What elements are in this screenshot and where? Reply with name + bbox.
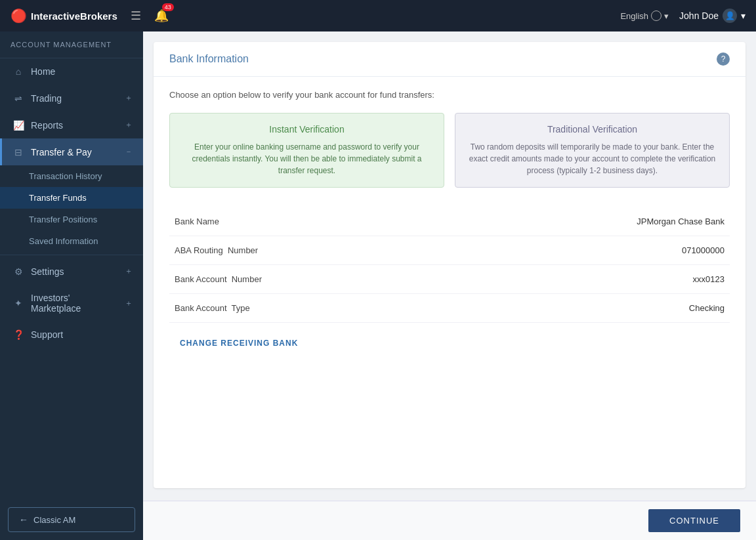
user-avatar-icon: 👤 bbox=[723, 9, 737, 23]
bell-icon: 🔔 bbox=[154, 9, 169, 22]
sidebar-subitem-transfer-positions[interactable]: Transfer Positions bbox=[0, 209, 143, 230]
aba-routing-label: ABA Routing Number bbox=[169, 236, 450, 265]
trading-icon: ⇌ bbox=[12, 93, 24, 104]
sidebar-item-transfer-pay[interactable]: ⊟ Transfer & Pay － bbox=[0, 138, 143, 165]
notification-badge: 43 bbox=[162, 3, 174, 11]
top-nav-right: English ▾ John Doe 👤 ▾ bbox=[620, 9, 746, 23]
change-receiving-bank-button[interactable]: CHANGE RECEIVING BANK bbox=[169, 333, 308, 353]
sidebar-item-investors-label: Investors' Marketplace bbox=[31, 293, 118, 314]
bank-name-label: Bank Name bbox=[169, 207, 450, 236]
bank-account-number-label: Bank Account Number bbox=[169, 265, 450, 294]
help-icon[interactable]: ? bbox=[717, 52, 730, 66]
sidebar-item-support[interactable]: ❓ Support bbox=[0, 322, 143, 348]
user-chevron-icon: ▾ bbox=[741, 10, 746, 21]
logo[interactable]: 🔴 InteractiveBrokers bbox=[10, 8, 117, 24]
sidebar-item-settings-label: Settings bbox=[31, 266, 118, 277]
sidebar-item-trading-label: Trading bbox=[31, 93, 118, 104]
username-label: John Doe bbox=[679, 10, 719, 21]
menu-icon[interactable]: ☰ bbox=[131, 9, 141, 23]
lang-chevron-icon: ▾ bbox=[664, 11, 669, 21]
sidebar-header: ACCOUNT MANAGEMENT bbox=[0, 31, 143, 58]
support-icon: ❓ bbox=[12, 329, 24, 340]
traditional-verification-title: Traditional Verification bbox=[466, 124, 719, 135]
settings-icon: ⚙ bbox=[12, 266, 24, 277]
table-row: ABA Routing Number 071000000 bbox=[169, 236, 730, 265]
user-menu[interactable]: John Doe 👤 ▾ bbox=[679, 9, 746, 23]
logo-icon: 🔴 bbox=[10, 8, 27, 24]
globe-icon bbox=[651, 10, 662, 21]
traditional-verification-card[interactable]: Traditional Verification Two random depo… bbox=[455, 113, 730, 188]
top-navigation: 🔴 InteractiveBrokers ☰ 🔔 43 English ▾ Jo… bbox=[0, 0, 756, 31]
transfer-positions-label: Transfer Positions bbox=[29, 215, 97, 224]
transfer-pay-expand-icon: － bbox=[125, 146, 133, 157]
instant-verification-title: Instant Verification bbox=[180, 124, 433, 135]
bank-account-type-label: Bank Account Type bbox=[169, 294, 450, 323]
sidebar-subitem-saved-information[interactable]: Saved Information bbox=[0, 230, 143, 252]
sidebar-item-reports[interactable]: 📈 Reports ＋ bbox=[0, 112, 143, 138]
verification-options: Instant Verification Enter your online b… bbox=[169, 113, 730, 188]
sidebar-subitem-transaction-history[interactable]: Transaction History bbox=[0, 165, 143, 187]
page-title: Bank Information bbox=[169, 53, 249, 65]
traditional-verification-desc: Two random deposits will temporarily be … bbox=[466, 141, 719, 177]
sidebar-bottom: ← Classic AM bbox=[0, 499, 143, 540]
classic-am-button[interactable]: ← Classic AM bbox=[8, 507, 135, 532]
transfer-pay-icon: ⊟ bbox=[12, 147, 24, 157]
home-icon: ⌂ bbox=[12, 66, 24, 77]
card-header: Bank Information ? bbox=[154, 42, 746, 77]
logo-text: InteractiveBrokers bbox=[31, 10, 117, 22]
sidebar-item-transfer-pay-label: Transfer & Pay bbox=[31, 147, 118, 157]
bank-account-type-value: Checking bbox=[450, 294, 730, 323]
sidebar-item-settings[interactable]: ⚙ Settings ＋ bbox=[0, 258, 143, 285]
bank-name-value: JPMorgan Chase Bank bbox=[450, 207, 730, 236]
saved-information-label: Saved Information bbox=[29, 236, 98, 246]
main-layout: ACCOUNT MANAGEMENT ⌂ Home ⇌ Trading ＋ 📈 … bbox=[0, 31, 756, 540]
content-area: Bank Information ? Choose an option belo… bbox=[143, 31, 756, 540]
top-nav-left: 🔴 InteractiveBrokers ☰ 🔔 43 bbox=[10, 8, 169, 24]
classic-am-label: Classic AM bbox=[33, 515, 75, 525]
investors-expand-icon: ＋ bbox=[125, 298, 133, 309]
content-card: Bank Information ? Choose an option belo… bbox=[154, 42, 746, 488]
continue-button[interactable]: CONTINUE bbox=[648, 509, 740, 532]
sidebar-item-investors-marketplace[interactable]: ✦ Investors' Marketplace ＋ bbox=[0, 285, 143, 322]
sidebar-item-trading[interactable]: ⇌ Trading ＋ bbox=[0, 85, 143, 112]
transaction-history-label: Transaction History bbox=[29, 171, 102, 181]
settings-expand-icon: ＋ bbox=[125, 266, 133, 277]
reports-expand-icon: ＋ bbox=[125, 119, 133, 131]
footer-bar: CONTINUE bbox=[143, 501, 756, 540]
instruction-text: Choose an option below to verify your ba… bbox=[169, 90, 730, 100]
notification-bell[interactable]: 🔔 43 bbox=[154, 9, 169, 23]
sidebar-item-support-label: Support bbox=[31, 329, 133, 340]
transfer-funds-label: Transfer Funds bbox=[29, 193, 87, 203]
reports-icon: 📈 bbox=[12, 120, 24, 131]
content-scroll: Bank Information ? Choose an option belo… bbox=[143, 31, 756, 501]
sidebar-item-home[interactable]: ⌂ Home bbox=[0, 58, 143, 85]
sidebar-item-reports-label: Reports bbox=[31, 120, 118, 131]
sidebar: ACCOUNT MANAGEMENT ⌂ Home ⇌ Trading ＋ 📈 … bbox=[0, 31, 143, 540]
trading-expand-icon: ＋ bbox=[125, 93, 133, 104]
aba-routing-value: 071000000 bbox=[450, 236, 730, 265]
sidebar-item-home-label: Home bbox=[31, 66, 133, 77]
classic-am-arrow-icon: ← bbox=[19, 514, 28, 525]
table-row: Bank Account Number xxx0123 bbox=[169, 265, 730, 294]
investors-marketplace-icon: ✦ bbox=[12, 298, 24, 308]
bank-account-number-value: xxx0123 bbox=[450, 265, 730, 294]
language-selector[interactable]: English ▾ bbox=[620, 10, 669, 21]
card-body: Choose an option below to verify your ba… bbox=[154, 77, 746, 366]
instant-verification-desc: Enter your online banking username and p… bbox=[180, 141, 433, 177]
instant-verification-card[interactable]: Instant Verification Enter your online b… bbox=[169, 113, 444, 188]
bank-info-table: Bank Name JPMorgan Chase Bank ABA Routin… bbox=[169, 207, 730, 323]
table-row: Bank Name JPMorgan Chase Bank bbox=[169, 207, 730, 236]
table-row: Bank Account Type Checking bbox=[169, 294, 730, 323]
sidebar-subitem-transfer-funds[interactable]: Transfer Funds bbox=[0, 187, 143, 209]
